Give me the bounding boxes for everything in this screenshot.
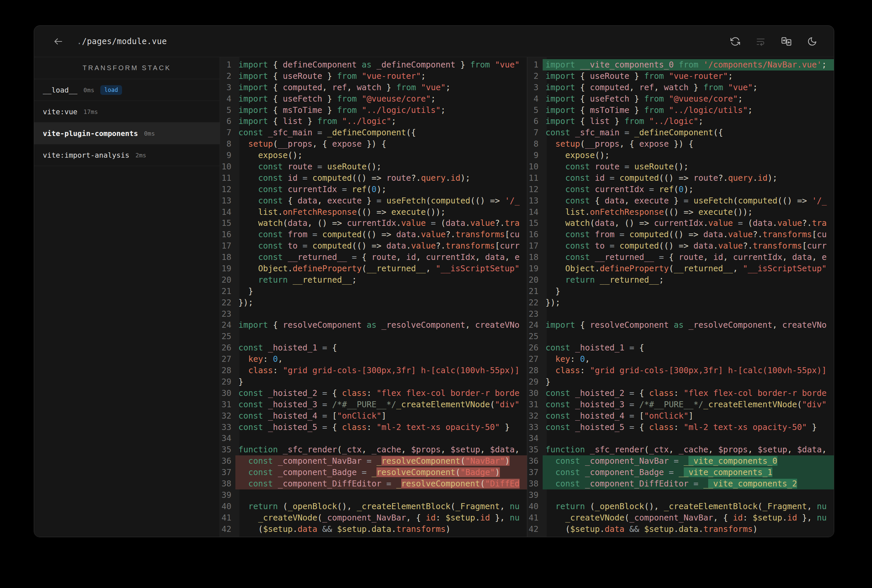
code-line: 21 } bbox=[527, 286, 834, 297]
code-text: import { resolveComponent as _resolveCom… bbox=[235, 320, 527, 331]
line-number: 35 bbox=[527, 444, 543, 455]
file-path: ./pages/module.vue bbox=[77, 37, 167, 46]
line-number: 31 bbox=[220, 399, 235, 410]
code-line: 17 const to = computed(() => data.value?… bbox=[527, 240, 834, 252]
line-number: 19 bbox=[527, 263, 543, 274]
code-line: 39 bbox=[220, 489, 527, 501]
code-line: 16 const from = computed(() => data.valu… bbox=[527, 229, 834, 240]
line-number: 35 bbox=[220, 444, 235, 455]
line-number: 41 bbox=[220, 512, 235, 524]
line-number: 16 bbox=[527, 229, 543, 240]
line-number: 17 bbox=[527, 240, 543, 252]
sidebar-item-vite-plugin-components[interactable]: vite-plugin-components0ms bbox=[34, 123, 220, 144]
transform-stack-list: __load__0msloadvite:vue17msvite-plugin-c… bbox=[34, 79, 220, 166]
line-number: 8 bbox=[220, 138, 235, 150]
code-text: const _hoisted_4 = ["onClick"] bbox=[235, 410, 527, 422]
diff-panel-before[interactable]: 1import { defineComponent as _defineComp… bbox=[220, 57, 527, 537]
code-text: return __returned__; bbox=[235, 274, 527, 286]
code-text: watch(data, () => currentIdx.value = (da… bbox=[543, 218, 834, 229]
code-text: const _hoisted_4 = ["onClick"] bbox=[543, 410, 834, 422]
code-text: import { useRoute } from "vue-router"; bbox=[235, 70, 527, 82]
sidebar-item-vite-import-analysis[interactable]: vite:import-analysis2ms bbox=[34, 144, 220, 166]
code-text: const currentIdx = ref(0); bbox=[235, 184, 527, 195]
code-line: 34 bbox=[220, 433, 527, 444]
code-text: Object.defineProperty(__returned__, "__i… bbox=[235, 263, 527, 274]
plugin-time: 17ms bbox=[84, 108, 98, 115]
code-text: import { computed, ref, watch } from "vu… bbox=[543, 82, 834, 93]
line-number: 11 bbox=[220, 172, 235, 184]
code-text: _createVNode(_component_NavBar, { id: $s… bbox=[543, 512, 834, 524]
code-text: } bbox=[543, 376, 834, 387]
plugin-name: vite:vue bbox=[43, 108, 78, 116]
line-number: 39 bbox=[220, 489, 235, 501]
side-by-side-diff-icon bbox=[781, 36, 792, 47]
diff-view-toggle[interactable] bbox=[780, 35, 793, 48]
code-line: 19 Object.defineProperty(__returned__, "… bbox=[220, 263, 527, 274]
line-number: 15 bbox=[220, 218, 235, 229]
line-number: 25 bbox=[527, 331, 543, 342]
dark-mode-toggle[interactable] bbox=[806, 35, 818, 48]
code-line: 18 const __returned__ = { route, id, cur… bbox=[220, 252, 527, 263]
code-text: function _sfc_render(_ctx, _cache, $prop… bbox=[235, 444, 527, 455]
line-number: 40 bbox=[220, 501, 235, 512]
code-lines-after: 1import __vite_components_0 from '/compo… bbox=[527, 59, 834, 534]
line-number: 13 bbox=[527, 195, 543, 207]
code-text: setup(__props, { expose }) { bbox=[543, 138, 834, 150]
line-number: 10 bbox=[527, 161, 543, 172]
code-text: const _sfc_main = _defineComponent({ bbox=[235, 127, 527, 138]
code-line: 30const _hoisted_2 = { class: "flex flex… bbox=[527, 387, 834, 399]
code-line: 4import { useFetch } from "@vueuse/core"… bbox=[220, 93, 527, 105]
code-text: const _hoisted_2 = { class: "flex flex-c… bbox=[543, 387, 834, 399]
code-line: 26const _hoisted_1 = { bbox=[220, 342, 527, 354]
line-number: 13 bbox=[220, 195, 235, 207]
code-line: 15 watch(data, () => currentIdx.value = … bbox=[527, 218, 834, 229]
code-line: 13 const { data, execute } = useFetch(co… bbox=[527, 195, 834, 207]
line-wrap-toggle[interactable] bbox=[754, 35, 767, 48]
line-number: 1 bbox=[527, 59, 543, 70]
line-number: 33 bbox=[527, 422, 543, 433]
code-text: const __returned__ = { route, id, curren… bbox=[543, 252, 834, 263]
code-line: 22}); bbox=[527, 297, 834, 308]
code-line: 27 key: 0, bbox=[220, 354, 527, 365]
code-line: 34 bbox=[527, 433, 834, 444]
line-number: 14 bbox=[527, 207, 543, 218]
line-number: 28 bbox=[527, 365, 543, 376]
code-text: } bbox=[235, 286, 527, 297]
code-line: 19 Object.defineProperty(__returned__, "… bbox=[527, 263, 834, 274]
code-line: 35function _sfc_render(_ctx, _cache, $pr… bbox=[220, 444, 527, 455]
code-line: 15 watch(data, () => currentIdx.value = … bbox=[220, 218, 527, 229]
code-text bbox=[543, 331, 834, 342]
line-number: 16 bbox=[220, 229, 235, 240]
refresh-button[interactable] bbox=[729, 35, 741, 48]
line-number: 12 bbox=[220, 184, 235, 195]
code-line: 17 const to = computed(() => data.value?… bbox=[220, 240, 527, 252]
code-text: return __returned__; bbox=[543, 274, 834, 286]
diff-panel-after[interactable]: 1import __vite_components_0 from '/compo… bbox=[527, 57, 834, 537]
code-text: const _sfc_main = _defineComponent({ bbox=[543, 127, 834, 138]
back-button[interactable] bbox=[51, 35, 65, 48]
code-line: 24import { resolveComponent as _resolveC… bbox=[220, 320, 527, 331]
main-area: TRANSFORM STACK __load__0msloadvite:vue1… bbox=[34, 57, 834, 537]
line-number: 23 bbox=[527, 308, 543, 320]
code-line: 30const _hoisted_2 = { class: "flex flex… bbox=[220, 387, 527, 399]
code-line: 7const _sfc_main = _defineComponent({ bbox=[527, 127, 834, 138]
code-line: 32const _hoisted_4 = ["onClick"] bbox=[527, 410, 834, 422]
code-text: import { useFetch } from "@vueuse/core"; bbox=[543, 93, 834, 105]
line-number: 9 bbox=[220, 150, 235, 161]
plugin-name: __load__ bbox=[43, 86, 78, 94]
sidebar-item-vite-vue[interactable]: vite:vue17ms bbox=[34, 101, 220, 123]
plugin-name: vite-plugin-components bbox=[43, 129, 138, 138]
code-text: const _hoisted_1 = { bbox=[235, 342, 527, 354]
code-line: 22}); bbox=[220, 297, 527, 308]
code-text: Object.defineProperty(__returned__, "__i… bbox=[543, 263, 834, 274]
line-number: 22 bbox=[527, 297, 543, 308]
code-text: import { defineComponent as _defineCompo… bbox=[235, 59, 527, 70]
code-line: 13 const { data, execute } = useFetch(co… bbox=[220, 195, 527, 207]
line-number: 30 bbox=[527, 387, 543, 399]
line-number: 42 bbox=[527, 524, 543, 535]
line-number: 6 bbox=[220, 116, 235, 127]
code-line: 20 return __returned__; bbox=[220, 274, 527, 286]
refresh-icon bbox=[730, 36, 740, 46]
sidebar-item-load[interactable]: __load__0msload bbox=[34, 79, 220, 101]
code-text: const currentIdx = ref(0); bbox=[543, 184, 834, 195]
